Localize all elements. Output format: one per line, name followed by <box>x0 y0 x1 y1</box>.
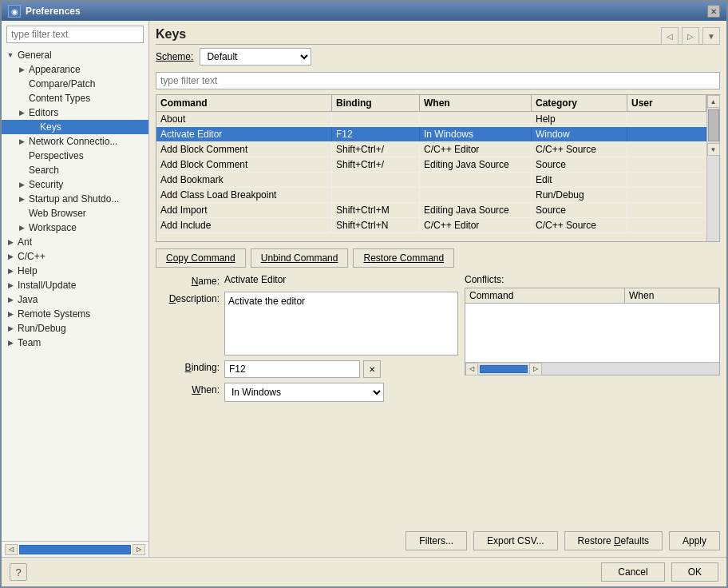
conflicts-scroll-left[interactable]: ◁ <box>465 363 478 375</box>
cell-binding <box>332 112 420 126</box>
close-button[interactable]: ✕ <box>707 5 720 18</box>
sidebar-scroll-left[interactable]: ◁ <box>5 544 18 555</box>
dialog-icon: ◉ <box>8 5 21 18</box>
cell-category: Help <box>532 112 627 126</box>
conflicts-scroll-thumb[interactable] <box>480 365 528 373</box>
sidebar-item-ant[interactable]: ▶ Ant <box>2 235 148 249</box>
scheme-label: Scheme: <box>156 51 193 62</box>
unbind-command-button[interactable]: Unbind Command <box>251 248 349 268</box>
cell-command: Add Import <box>156 203 332 217</box>
sidebar-item-network[interactable]: ▶ Network Connectio... <box>2 134 148 149</box>
apply-label: Apply <box>682 535 706 546</box>
binding-controls: ✕ <box>224 360 381 378</box>
dialog-title: Preferences <box>26 6 81 17</box>
keys-filter-input[interactable] <box>156 72 720 89</box>
cell-user <box>627 173 706 187</box>
cancel-button[interactable]: Cancel <box>601 562 664 582</box>
menu-button[interactable]: ▼ <box>702 27 720 45</box>
binding-clear-button[interactable]: ✕ <box>363 360 381 378</box>
copy-command-button[interactable]: Copy Command <box>156 248 246 268</box>
col-header-when: When <box>420 95 532 111</box>
conflicts-scroll-right[interactable]: ▷ <box>529 363 542 375</box>
expand-icon <box>16 165 27 176</box>
scroll-up-button[interactable]: ▲ <box>707 95 720 108</box>
cell-command: Add Bookmark <box>156 173 332 187</box>
sidebar-item-team[interactable]: ▶ Team <box>2 336 148 350</box>
detail-left: Name: Activate Editor Description: Activ… <box>156 274 458 525</box>
name-label: Name: <box>156 274 220 287</box>
apply-button[interactable]: Apply <box>669 531 720 550</box>
scroll-thumb[interactable] <box>708 109 719 141</box>
filters-label: Filters... <box>419 535 453 546</box>
title-bar: ◉ Preferences ✕ <box>2 2 726 21</box>
sidebar-item-run-debug[interactable]: ▶ Run/Debug <box>2 321 148 336</box>
sidebar-item-remote[interactable]: ▶ Remote Systems <box>2 307 148 321</box>
sidebar-scroll-right[interactable]: ▷ <box>133 544 145 555</box>
scheme-row: Scheme: Default Emacs <box>156 48 720 66</box>
cell-user <box>627 112 706 126</box>
table-row[interactable]: Add Bookmark Edit <box>156 173 706 188</box>
when-select[interactable]: In Windows In Dialogs and Windows In Dia… <box>224 383 384 402</box>
back-button[interactable]: ◁ <box>661 27 679 45</box>
binding-input[interactable] <box>224 360 360 378</box>
sidebar-item-label: Run/Debug <box>18 323 66 334</box>
sidebar-item-security[interactable]: ▶ Security <box>2 177 148 192</box>
table-row[interactable]: Add Block Comment Shift+Ctrl+/ Editing J… <box>156 157 706 173</box>
restore-defaults-button[interactable]: Restore Defaults <box>564 531 663 550</box>
ok-button[interactable]: OK <box>671 562 718 582</box>
filters-button[interactable]: Filters... <box>406 531 467 550</box>
restore-underline: R <box>363 252 370 264</box>
sidebar-item-install[interactable]: ▶ Install/Update <box>2 278 148 292</box>
cell-category: C/C++ Source <box>532 142 627 157</box>
conflicts-scrollbar-h: ◁ ▷ <box>465 362 719 375</box>
table-row[interactable]: About Help <box>156 112 706 127</box>
cell-command: About <box>156 112 332 126</box>
conflicts-col-command: Command <box>465 288 625 303</box>
expand-icon: ▶ <box>5 294 16 305</box>
forward-button[interactable]: ▷ <box>682 27 699 45</box>
sidebar-item-web-browser[interactable]: Web Browser <box>2 206 148 220</box>
expand-icon: ▶ <box>5 337 16 348</box>
main-header-row: Keys ◁ ▷ ▼ <box>156 27 720 45</box>
cell-when <box>420 112 532 126</box>
sidebar-item-compare-patch[interactable]: Compare/Patch <box>2 77 148 91</box>
sidebar-item-startup[interactable]: ▶ Startup and Shutdo... <box>2 192 148 206</box>
cell-command: Add Include <box>156 218 332 232</box>
keys-table: Command Binding When Category User About <box>156 95 706 241</box>
sidebar-item-label: Startup and Shutdo... <box>29 193 119 205</box>
sidebar-item-content-types[interactable]: Content Types <box>2 91 148 105</box>
copy-underline: C <box>166 252 173 264</box>
sidebar-item-workspace[interactable]: ▶ Workspace <box>2 220 148 235</box>
table-row[interactable]: Add Block Comment Shift+Ctrl+/ C/C++ Edi… <box>156 142 706 157</box>
sidebar-item-keys[interactable]: Keys <box>2 120 148 134</box>
expand-icon: ▶ <box>16 107 27 118</box>
cell-command: Add Class Load Breakpoint <box>156 188 332 202</box>
cell-user <box>627 218 706 232</box>
sidebar-filter-input[interactable] <box>6 26 144 43</box>
sidebar-item-general[interactable]: ▼ General <box>2 48 148 62</box>
sidebar-item-help[interactable]: ▶ Help <box>2 264 148 278</box>
table-row[interactable]: Add Import Shift+Ctrl+M Editing Java Sou… <box>156 203 706 218</box>
scroll-down-button[interactable]: ▼ <box>707 143 720 156</box>
table-row[interactable]: Activate Editor F12 In Windows Window <box>156 127 706 142</box>
scheme-select[interactable]: Default Emacs <box>200 48 311 66</box>
keys-table-wrapper: Command Binding When Category User About <box>156 94 720 242</box>
sidebar-item-java[interactable]: ▶ Java <box>2 292 148 307</box>
sidebar-item-appearance[interactable]: ▶ Appearance <box>2 62 148 77</box>
help-button[interactable]: ? <box>10 563 27 581</box>
restore-command-button[interactable]: Restore Command <box>353 248 454 268</box>
export-csv-button[interactable]: Export CSV... <box>473 531 558 550</box>
name-value: Activate Editor <box>224 274 286 285</box>
table-row[interactable]: Add Class Load Breakpoint Run/Debug <box>156 188 706 203</box>
cell-command: Add Block Comment <box>156 142 332 157</box>
sidebar-item-cpp[interactable]: ▶ C/C++ <box>2 249 148 264</box>
scheme-label-text: S <box>156 51 162 62</box>
sidebar-item-editors[interactable]: ▶ Editors <box>2 105 148 120</box>
cell-binding: Shift+Ctrl+/ <box>332 142 420 157</box>
sidebar-item-perspectives[interactable]: Perspectives <box>2 149 148 163</box>
sidebar-item-search[interactable]: Search <box>2 163 148 177</box>
sidebar-item-label: Web Browser <box>29 208 86 219</box>
when-row: When: In Windows In Dialogs and Windows … <box>156 383 458 402</box>
table-row[interactable]: Add Include Shift+Ctrl+N C/C++ Editor C/… <box>156 218 706 233</box>
cell-when <box>420 188 532 202</box>
